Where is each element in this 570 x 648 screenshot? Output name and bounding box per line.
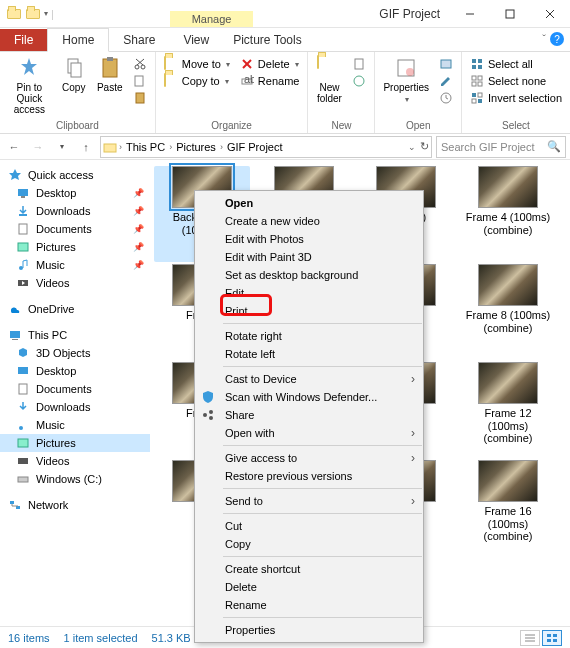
- edit-button[interactable]: [435, 73, 457, 89]
- sidebar-item-pictures[interactable]: Pictures📌: [0, 238, 150, 256]
- pin-quick-access-button[interactable]: Pin to Quick access: [4, 54, 55, 117]
- cm-delete[interactable]: Delete: [195, 578, 423, 596]
- cm-set-background[interactable]: Set as desktop background: [195, 266, 423, 284]
- ribbon-collapse-icon[interactable]: ˇ: [542, 33, 546, 45]
- minimize-button[interactable]: [450, 0, 490, 28]
- new-folder-button[interactable]: New folder: [312, 54, 346, 106]
- easy-access-button[interactable]: [348, 73, 370, 89]
- open-button[interactable]: [435, 56, 457, 72]
- maximize-button[interactable]: [490, 0, 530, 28]
- cm-share[interactable]: Share: [195, 406, 423, 424]
- cm-rename[interactable]: Rename: [195, 596, 423, 614]
- cm-separator: [223, 556, 422, 557]
- view-tab[interactable]: View: [169, 29, 223, 51]
- cm-shortcut[interactable]: Create shortcut: [195, 560, 423, 578]
- refresh-icon[interactable]: ↻: [420, 140, 429, 153]
- sidebar-item-desktop2[interactable]: Desktop: [0, 362, 150, 380]
- share-tab[interactable]: Share: [109, 29, 169, 51]
- cm-print[interactable]: Print: [195, 302, 423, 320]
- sidebar-item-downloads[interactable]: Downloads📌: [0, 202, 150, 220]
- sidebar-network[interactable]: Network: [0, 496, 150, 514]
- copy-to-button[interactable]: Copy to▾: [160, 73, 234, 89]
- sidebar-item-documents2[interactable]: Documents: [0, 380, 150, 398]
- address-dropdown-icon[interactable]: ⌄: [408, 142, 416, 152]
- home-tab[interactable]: Home: [47, 28, 109, 52]
- cm-cut[interactable]: Cut: [195, 517, 423, 535]
- crumb-pictures[interactable]: Pictures: [174, 141, 218, 153]
- cm-edit-photos[interactable]: Edit with Photos: [195, 230, 423, 248]
- thumbnail-item[interactable]: Frame 4 (100ms)(combine): [460, 166, 556, 262]
- forward-button[interactable]: →: [28, 137, 48, 157]
- cm-send-to[interactable]: Send to: [195, 492, 423, 510]
- rename-icon: ab: [240, 74, 254, 88]
- sidebar-quick-access[interactable]: Quick access: [0, 166, 150, 184]
- svg-rect-49: [18, 439, 28, 447]
- qat-dropdown-icon[interactable]: ▾: [44, 9, 48, 18]
- view-details-button[interactable]: [520, 630, 540, 646]
- address-bar[interactable]: › This PC› Pictures› GIF Project ⌄ ↻: [100, 136, 432, 158]
- cm-new-video[interactable]: Create a new video: [195, 212, 423, 230]
- sidebar-item-pictures2[interactable]: Pictures: [0, 434, 150, 452]
- sidebar-item-3dobjects[interactable]: 3D Objects: [0, 344, 150, 362]
- paste-shortcut-button[interactable]: [129, 90, 151, 106]
- sidebar-item-downloads2[interactable]: Downloads: [0, 398, 150, 416]
- thumbnail-item[interactable]: Frame 12(100ms)(combine): [460, 362, 556, 458]
- file-tab[interactable]: File: [0, 29, 47, 51]
- sidebar-item-videos2[interactable]: Videos: [0, 452, 150, 470]
- thumbnail-item[interactable]: Frame 8 (100ms)(combine): [460, 264, 556, 360]
- ribbon-group-label: Open: [379, 119, 457, 131]
- crumb-thispc[interactable]: This PC: [124, 141, 167, 153]
- thumbnail-item[interactable]: Frame 16(100ms)(combine): [460, 460, 556, 556]
- cm-paint3d[interactable]: Edit with Paint 3D: [195, 248, 423, 266]
- cm-rotate-right[interactable]: Rotate right: [195, 327, 423, 345]
- copy-path-button[interactable]: [129, 73, 151, 89]
- cm-edit[interactable]: Edit: [195, 284, 423, 302]
- cm-give-access[interactable]: Give access to: [195, 449, 423, 467]
- cm-cast[interactable]: Cast to Device: [195, 370, 423, 388]
- properties-button[interactable]: Properties ▾: [379, 54, 433, 106]
- sidebar-item-music2[interactable]: Music: [0, 416, 150, 434]
- up-button[interactable]: ↑: [76, 137, 96, 157]
- select-none-button[interactable]: Select none: [466, 73, 566, 89]
- search-input[interactable]: Search GIF Project 🔍: [436, 136, 566, 158]
- cm-restore[interactable]: Restore previous versions: [195, 467, 423, 485]
- rename-button[interactable]: abRename: [236, 73, 304, 89]
- folder-icon: [6, 6, 22, 22]
- recent-dropdown[interactable]: ▾: [52, 137, 72, 157]
- view-thumbnails-button[interactable]: [542, 630, 562, 646]
- svg-rect-40: [19, 224, 27, 234]
- close-button[interactable]: [530, 0, 570, 28]
- sidebar-item-windowsc[interactable]: Windows (C:): [0, 470, 150, 488]
- crumb-folder[interactable]: GIF Project: [225, 141, 285, 153]
- cm-properties[interactable]: Properties: [195, 621, 423, 639]
- manage-tab-label[interactable]: Manage: [170, 11, 254, 27]
- copy-button[interactable]: Copy: [57, 54, 91, 95]
- delete-button[interactable]: Delete▾: [236, 56, 304, 72]
- ribbon-tabs: File Home Share View Picture Tools ˇ ?: [0, 28, 570, 52]
- new-item-button[interactable]: [348, 56, 370, 72]
- paste-button[interactable]: Paste: [93, 54, 127, 95]
- picture-tools-tab[interactable]: Picture Tools: [223, 29, 311, 51]
- network-icon: [8, 498, 22, 512]
- sidebar-onedrive[interactable]: OneDrive: [0, 300, 150, 318]
- invert-selection-button[interactable]: Invert selection: [466, 90, 566, 106]
- folder-icon[interactable]: [25, 6, 41, 22]
- select-all-button[interactable]: Select all: [466, 56, 566, 72]
- thumbnail-image: [478, 166, 538, 208]
- sidebar-item-desktop[interactable]: Desktop📌: [0, 184, 150, 202]
- sidebar-item-videos[interactable]: Videos: [0, 274, 150, 292]
- copy-icon: [62, 56, 86, 80]
- back-button[interactable]: ←: [4, 137, 24, 157]
- sidebar-item-documents[interactable]: Documents📌: [0, 220, 150, 238]
- cm-open-with[interactable]: Open with: [195, 424, 423, 442]
- history-button[interactable]: [435, 90, 457, 106]
- cm-defender[interactable]: Scan with Windows Defender...: [195, 388, 423, 406]
- cm-copy[interactable]: Copy: [195, 535, 423, 553]
- sidebar-item-music[interactable]: Music📌: [0, 256, 150, 274]
- sidebar-thispc[interactable]: This PC: [0, 326, 150, 344]
- cm-rotate-left[interactable]: Rotate left: [195, 345, 423, 363]
- help-icon[interactable]: ?: [550, 32, 564, 46]
- cm-open[interactable]: Open: [195, 194, 423, 212]
- cut-button[interactable]: [129, 56, 151, 72]
- svg-rect-46: [18, 367, 28, 374]
